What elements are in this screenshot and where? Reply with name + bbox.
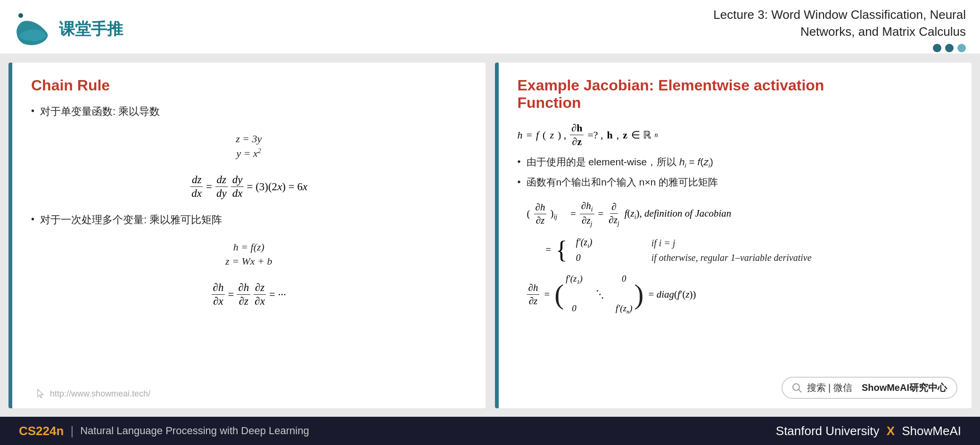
frac-dh-dx: ∂h ∂x <box>212 282 225 307</box>
frac-dy-dx: dy dx <box>231 174 244 200</box>
bottom-left: CS224n | Natural Language Processing wit… <box>19 424 309 438</box>
nav-dot-2 <box>945 44 954 52</box>
eq1a: z = 3y <box>31 133 467 145</box>
svg-point-0 <box>18 13 23 18</box>
cases-block: = { f′(zi) if i = j 0 if otherwise, regu… <box>546 237 953 263</box>
showmeai-text: ShowMeAI <box>902 424 961 438</box>
math-block-2: h = f(z) z = Wx + b <box>31 239 467 269</box>
eq2a: h = f(z) <box>31 241 467 253</box>
math-block-1: z = 3y y = x2 <box>31 131 467 162</box>
bottom-right: Stanford University X ShowMeAI <box>776 424 961 438</box>
right-bullet-1: • 由于使用的是 element-wise，所以 hi = f(zi) <box>518 155 953 169</box>
bottom-link: http://www.showmeai.tech/ <box>36 388 150 399</box>
eq2c: ∂h ∂x = ∂h ∂z ∂z ∂x = ··· <box>31 282 467 307</box>
eq1b: y = x2 <box>31 147 467 160</box>
bullet-dot-1: • <box>31 105 34 116</box>
bottom-desc: Natural Language Processing with Deep Le… <box>80 425 309 437</box>
logo-icon <box>14 12 52 47</box>
right-title: Example Jacobian: Elementwise activation… <box>518 77 953 112</box>
nav-dot-1 <box>933 44 941 52</box>
lecture-title-area: Lecture 3: Word Window Classification, N… <box>713 6 966 53</box>
nav-dot-3 <box>957 44 966 52</box>
bottom-bar: CS224n | Natural Language Processing wit… <box>0 417 980 445</box>
top-header: 课堂手推 Lecture 3: Word Window Classificati… <box>0 0 980 54</box>
search-box[interactable]: 搜索 | 微信 ShowMeAI研究中心 <box>782 377 957 399</box>
search-text: 搜索 | 微信 <box>807 381 852 394</box>
case-row-1: f′(zi) if i = j <box>576 237 812 250</box>
eq1c: dz dx = dz dy dy dx = (3)(2x) = 6x <box>31 174 467 200</box>
main-content: Chain Rule • 对于单变量函数: 乘以导数 z = 3y y = x2… <box>0 54 980 417</box>
right-panel: Example Jacobian: Elementwise activation… <box>495 63 972 408</box>
search-brand: ShowMeAI研究中心 <box>862 381 947 394</box>
cursor-icon <box>36 388 46 399</box>
svg-line-2 <box>799 389 801 392</box>
nav-dots <box>713 44 966 52</box>
left-bullet-2: • 对于一次处理多个变量: 乘以雅可比矩阵 <box>31 213 467 227</box>
stanford-text: Stanford University <box>776 424 880 438</box>
eq2b: z = Wx + b <box>31 255 467 267</box>
lecture-title: Lecture 3: Word Window Classification, N… <box>713 6 966 40</box>
logo-area: 课堂手推 <box>14 12 123 47</box>
svg-point-1 <box>793 384 799 390</box>
case-row-2: 0 if otherwise, regular 1–variable deriv… <box>576 252 812 263</box>
bottom-separator: | <box>70 424 74 438</box>
left-title: Chain Rule <box>31 77 467 94</box>
frac-dz-dx: dz dx <box>190 174 203 200</box>
search-icon <box>792 383 802 393</box>
logo-title: 课堂手推 <box>59 18 123 40</box>
right-bullet-2: • 函数有n个输出和n个输入 n×n 的雅可比矩阵 <box>518 176 953 189</box>
left-panel: Chain Rule • 对于单变量函数: 乘以导数 z = 3y y = x2… <box>8 63 486 408</box>
jacobian-def: ( ∂h ∂z )ij = ∂hi ∂zj = ∂ ∂zj f(zi), def… <box>527 200 953 228</box>
left-bullet-1: • 对于单变量函数: 乘以导数 <box>31 105 467 119</box>
matrix-eq: ∂h ∂z = ( f′(z1) 0 ⋱ 0 f′(zn) ) <box>527 274 953 316</box>
frac-dh-dz: ∂h ∂z <box>237 282 250 307</box>
x-mark: X <box>887 424 895 438</box>
frac-dz-dx2: ∂z ∂x <box>253 282 266 307</box>
cs-label: CS224n <box>19 424 64 438</box>
bullet-dot-2: • <box>31 214 34 225</box>
frac-dz-dy: dz dy <box>215 174 228 200</box>
formula-intro: h = f(z) , ∂h ∂z =? , h, z ∈ ℝn <box>518 122 953 148</box>
